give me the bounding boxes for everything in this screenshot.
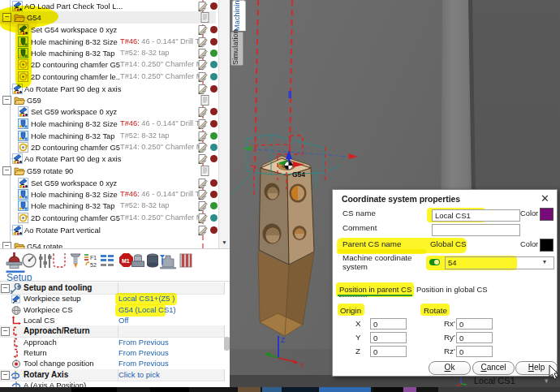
svg-text:G54: G54	[292, 170, 305, 179]
svg-text:Z: Z	[281, 336, 286, 344]
svg-text:F1: F1	[90, 255, 97, 261]
svg-text:52: 52	[90, 262, 97, 268]
svg-text:X: X	[299, 361, 304, 368]
svg-text:M1: M1	[122, 258, 130, 264]
